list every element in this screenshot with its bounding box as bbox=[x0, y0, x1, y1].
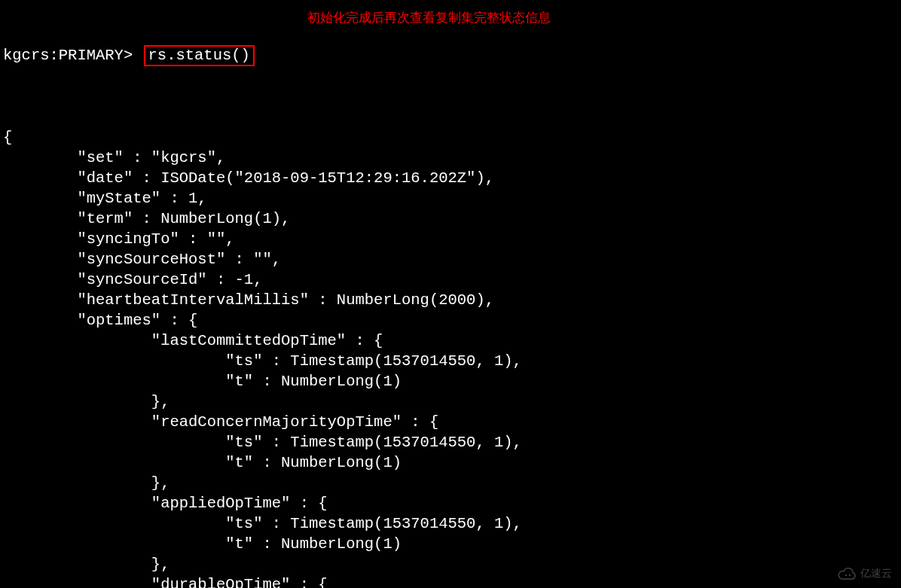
output-line: "appliedOpTime" : { bbox=[3, 493, 898, 513]
output-line: "ts" : Timestamp(1537014550, 1), bbox=[3, 513, 898, 534]
output-line: "t" : NumberLong(1) bbox=[3, 452, 898, 473]
output-line: "heartbeatIntervalMillis" : NumberLong(2… bbox=[3, 290, 898, 310]
output-line: "ts" : Timestamp(1537014550, 1), bbox=[3, 351, 898, 371]
output-line: { bbox=[3, 127, 898, 148]
output-line: "term" : NumberLong(1), bbox=[3, 209, 898, 229]
cloud-icon bbox=[838, 567, 857, 580]
output-line: "durableOpTime" : { bbox=[3, 574, 898, 588]
output-line: "readConcernMajorityOpTime" : { bbox=[3, 412, 898, 432]
terminal-window[interactable]: kgcrs:PRIMARY> rs.status() 初始化完成后再次查看复制集… bbox=[0, 0, 901, 588]
output-line: "syncSourceId" : -1, bbox=[3, 270, 898, 290]
output-line: "myState" : 1, bbox=[3, 188, 898, 209]
watermark: 亿速云 bbox=[838, 567, 892, 580]
output-line: "optimes" : { bbox=[3, 310, 898, 331]
output-line: "ts" : Timestamp(1537014550, 1), bbox=[3, 432, 898, 452]
output-line: "set" : "kgcrs", bbox=[3, 148, 898, 168]
output-line: "t" : NumberLong(1) bbox=[3, 534, 898, 554]
command-line: kgcrs:PRIMARY> rs.status() bbox=[3, 45, 898, 66]
annotation-label: 初始化完成后再次查看复制集完整状态信息 bbox=[307, 8, 551, 28]
svg-point-0 bbox=[845, 574, 847, 576]
output-line: "t" : NumberLong(1) bbox=[3, 371, 898, 391]
command-text: rs.status() bbox=[144, 45, 255, 66]
shell-prompt: kgcrs:PRIMARY> bbox=[3, 47, 142, 64]
output-line: "date" : ISODate("2018-09-15T12:29:16.20… bbox=[3, 168, 898, 188]
watermark-text: 亿速云 bbox=[860, 567, 892, 580]
output-line: "lastCommittedOpTime" : { bbox=[3, 331, 898, 351]
output-line: "syncingTo" : "", bbox=[3, 229, 898, 249]
output-line: }, bbox=[3, 554, 898, 574]
output-line: }, bbox=[3, 391, 898, 412]
terminal-output: { "set" : "kgcrs", "date" : ISODate("201… bbox=[3, 127, 898, 588]
svg-point-1 bbox=[849, 574, 851, 576]
output-line: }, bbox=[3, 473, 898, 493]
output-line: "syncSourceHost" : "", bbox=[3, 249, 898, 270]
